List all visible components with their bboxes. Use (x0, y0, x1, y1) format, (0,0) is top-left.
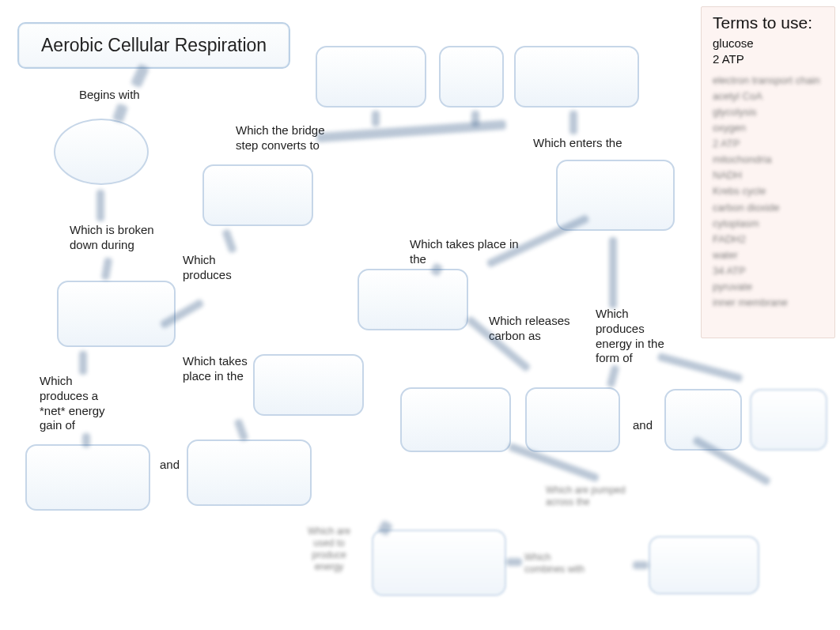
node-blank-cytoplasm[interactable] (253, 354, 364, 416)
arrow-14 (234, 418, 249, 442)
term-item: cytoplasm (713, 216, 827, 232)
concept-map-canvas: Aerobic Cellular Respiration Begins with… (0, 0, 840, 630)
terms-panel: Terms to use: glucose 2 ATP electron tra… (701, 6, 835, 338)
term-item: NADH (713, 168, 827, 183)
arrow-7b (372, 111, 380, 126)
term-item: glycolysis (713, 104, 827, 120)
label-begins-with: Begins with (79, 88, 140, 103)
node-blank-oxygen[interactable] (649, 536, 759, 594)
diagram-title: Aerobic Cellular Respiration (17, 22, 290, 69)
term-item: mitochondria (713, 152, 827, 168)
arrow-11 (609, 237, 617, 308)
term-item: glucose (713, 36, 827, 51)
node-blank-2atp[interactable] (25, 444, 150, 511)
arrow-17 (506, 558, 522, 566)
arrow-13b (82, 433, 90, 447)
term-item: inner membrane (713, 295, 827, 311)
node-blank-top-b[interactable] (439, 46, 504, 108)
node-blank-top-c[interactable] (514, 46, 639, 108)
label-which-produces: Which produces (183, 253, 254, 283)
label-and-1: and (160, 458, 180, 473)
node-blank-co2[interactable] (400, 387, 511, 452)
node-blank-fadh2[interactable] (750, 389, 827, 451)
arrow-2 (112, 103, 129, 123)
node-blank-nadh-a[interactable] (187, 439, 312, 506)
terms-heading: Terms to use: (713, 13, 827, 32)
label-net-energy: Which produces a *net* energy gain of (40, 374, 127, 433)
arrow-13 (79, 351, 87, 375)
term-item: acetyl CoA (713, 89, 827, 104)
term-item: 2 ATP (713, 136, 827, 152)
arrow-7d (569, 111, 577, 134)
terms-blurred-list: electron transport chain acetyl CoA glyc… (713, 73, 827, 311)
terms-clear-list: glucose 2 ATP (713, 36, 827, 68)
term-item: electron transport chain (713, 73, 827, 89)
label-enters-the: Which enters the (533, 136, 622, 151)
label-combines-blur: Which combines with (524, 552, 588, 575)
node-blank-mito[interactable] (358, 269, 468, 330)
term-item: 2 ATP (713, 51, 827, 67)
term-item: Krebs cycle (713, 183, 827, 199)
node-blank-top-a[interactable] (316, 46, 426, 108)
label-and-2: and (633, 418, 653, 433)
term-item: water (713, 247, 827, 263)
arrow-3 (96, 190, 104, 221)
label-broken-down: Which is broken down during (70, 223, 188, 253)
arrow-18 (633, 561, 649, 569)
node-blank-glucose[interactable] (54, 119, 149, 185)
term-item: carbon dioxide (713, 200, 827, 216)
term-item: pyruvate (713, 279, 827, 295)
node-blank-acetyl[interactable] (202, 164, 313, 226)
node-blank-glycolysis[interactable] (57, 281, 176, 347)
arrow-4 (101, 257, 113, 280)
label-pumped-blur: Which are pumped across the (546, 485, 641, 508)
node-blank-etc[interactable] (372, 530, 506, 596)
term-item: oxygen (713, 120, 827, 136)
label-releases-carbon: Which releases carbon as (489, 314, 600, 344)
node-blank-2atp-krebs[interactable] (525, 387, 620, 452)
arrow-6 (221, 228, 237, 254)
term-item: 34 ATP (713, 263, 827, 279)
arrow-11b (607, 364, 620, 388)
label-used-to-blur: Which are used to produce energy (297, 526, 361, 573)
arrow-12 (657, 353, 744, 383)
term-item: FADH2 (713, 232, 827, 247)
label-takes-place-2: Which takes place in the (183, 354, 262, 384)
arrow-7c (471, 111, 479, 126)
